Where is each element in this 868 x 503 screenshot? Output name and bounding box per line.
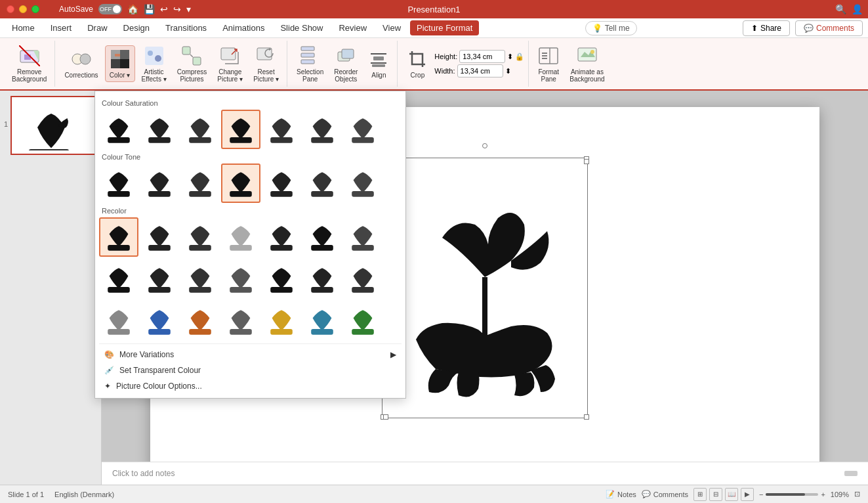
crop-button[interactable]: Crop [403,46,432,81]
set-transparent-item[interactable]: 💉 Set Transparent Colour [99,362,402,378]
recolor-r2-3[interactable] [221,259,260,299]
menu-insert[interactable]: Insert [44,20,79,35]
height-input[interactable] [459,50,505,63]
recolor-orange[interactable] [180,301,220,341]
remove-background-button[interactable]: RemoveBackground [8,43,51,85]
height-arrows[interactable]: ⬍ [507,53,513,61]
compress-pictures-button[interactable]: CompressPictures [173,43,211,85]
comments-button[interactable]: 💬 Comments [795,20,863,36]
minimize-button[interactable] [19,5,27,13]
undo-icon[interactable]: ↩ [160,4,168,14]
more-icon[interactable]: ▾ [186,4,191,14]
menu-home[interactable]: Home [5,20,41,35]
normal-view-button[interactable]: ⊞ [693,488,707,501]
fit-to-window-icon[interactable]: ⊡ [854,490,860,498]
artistic-effects-button[interactable]: ArtisticEffects ▾ [138,43,171,85]
selection-pane-button[interactable]: SelectionPane [293,43,327,85]
recolor-blue[interactable] [140,301,179,341]
recolor-green[interactable] [343,301,382,341]
zoom-level[interactable]: 109% [831,491,849,498]
format-pane-button[interactable]: FormatPane [534,43,563,85]
saturation-5[interactable] [302,110,342,149]
slideshow-button[interactable]: ▶ [741,488,754,501]
animate-background-button[interactable]: Animate asBackground [566,43,608,85]
align-button[interactable]: Align [364,46,393,81]
rotation-handle[interactable] [482,143,487,148]
notes-resize-handle[interactable] [844,471,858,476]
saturation-2[interactable] [180,110,220,149]
recolor-r2-4[interactable] [262,259,301,299]
menu-animations[interactable]: Animations [216,20,271,35]
width-input[interactable] [457,64,503,77]
saturation-3-selected[interactable] [221,110,260,149]
reorder-objects-button[interactable]: ReorderObjects [330,43,362,85]
slide-thumbnail[interactable] [10,96,96,155]
zoom-out-button[interactable]: − [759,491,763,498]
handle-br[interactable] [584,414,589,420]
saturation-0[interactable] [99,110,138,149]
tone-6[interactable] [343,164,382,203]
recolor-r2-0[interactable] [99,259,138,299]
tone-5[interactable] [302,164,342,203]
menu-review[interactable]: Review [332,20,373,35]
notes-button[interactable]: 📝 Notes [606,490,636,498]
picture-colour-options-item[interactable]: ✦ Picture Colour Options... [99,378,402,394]
recolor-gold[interactable] [262,301,301,341]
recolor-r2-6[interactable] [343,259,382,299]
autosave-toggle[interactable]: OFF [98,4,122,14]
reading-view-button[interactable]: 📖 [725,488,738,501]
recolor-4[interactable] [262,217,301,257]
menu-transitions[interactable]: Transitions [159,20,213,35]
recolor-r2-5[interactable] [302,259,342,299]
tell-me[interactable]: 💡 Tell me [585,21,637,35]
maximize-button[interactable] [31,5,39,13]
recolor-0-selected[interactable] [99,217,138,257]
notes-area[interactable]: Click to add notes [102,462,868,485]
recolor-teal[interactable] [302,301,342,341]
recolor-2[interactable] [180,217,220,257]
menu-design[interactable]: Design [117,20,156,35]
recolor-darkgray[interactable] [221,301,260,341]
menu-picture-format[interactable]: Picture Format [410,20,479,35]
lock-ratio-icon[interactable]: 🔒 [515,53,524,61]
profile-icon[interactable]: 👤 [852,4,863,14]
recolor-5[interactable] [302,217,342,257]
saturation-1[interactable] [140,110,179,149]
recolor-gray[interactable] [99,301,138,341]
comments-status-button[interactable]: 💬 Comments [642,490,688,498]
width-arrows[interactable]: ⬍ [505,67,511,76]
slide-sorter-button[interactable]: ⊟ [709,488,722,501]
menu-draw[interactable]: Draw [81,20,114,35]
share-button[interactable]: ⬆ Share [743,20,790,36]
recolor-1[interactable] [140,217,179,257]
selected-object[interactable] [383,159,587,417]
reset-picture-button[interactable]: ResetPicture ▾ [249,43,283,85]
redo-icon[interactable]: ↪ [173,4,181,14]
color-button[interactable]: Color ▾ [105,45,135,82]
recolor-3-gray[interactable] [221,217,260,257]
window-controls[interactable] [7,5,39,13]
menu-slideshow[interactable]: Slide Show [274,20,329,35]
tone-3-selected[interactable] [221,164,260,203]
menu-view[interactable]: View [376,20,407,35]
recolor-r2-2[interactable] [180,259,220,299]
tone-1[interactable] [140,164,179,203]
saturation-6[interactable] [343,110,382,149]
nav-home-icon[interactable]: 🏠 [127,4,138,14]
zoom-in-button[interactable]: + [821,491,825,498]
change-picture-button[interactable]: ChangePicture ▾ [213,43,247,85]
recolor-r2-1[interactable] [140,259,179,299]
handle-bm[interactable] [383,414,388,420]
tone-2[interactable] [180,164,220,203]
more-variations-item[interactable]: 🎨 More Variations ▶ [99,347,402,362]
zoom-slider[interactable] [766,493,818,496]
corrections-button[interactable]: Corrections [60,46,102,81]
tone-0[interactable] [99,164,138,203]
save-icon[interactable]: 💾 [144,4,155,14]
tone-4[interactable] [262,164,301,203]
saturation-4[interactable] [262,110,301,149]
handle-mr[interactable] [584,159,589,164]
search-icon[interactable]: 🔍 [835,4,846,14]
close-button[interactable] [7,5,14,13]
recolor-6[interactable] [343,217,382,257]
